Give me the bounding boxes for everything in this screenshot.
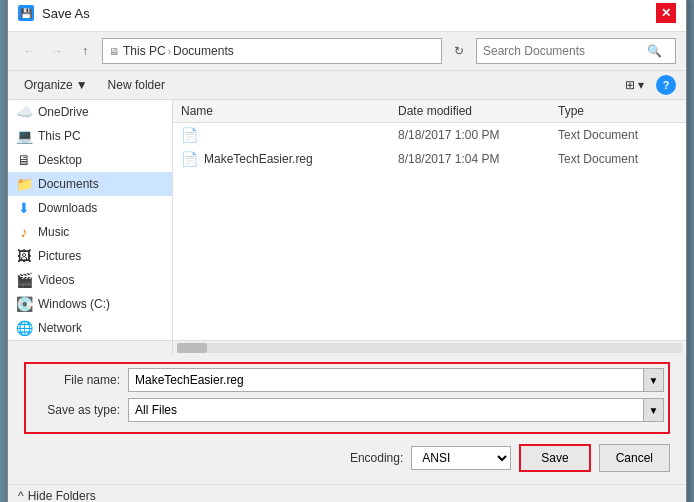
col-header-type[interactable]: Type bbox=[558, 104, 678, 118]
file-name-cell-1: 📄 bbox=[181, 127, 398, 143]
navigation-toolbar: ← → ↑ 🖥 This PC › Documents ↻ 🔍 bbox=[8, 32, 686, 71]
sidebar-label-music: Music bbox=[38, 225, 69, 239]
onedrive-icon: ☁️ bbox=[16, 104, 32, 120]
filename-input-group: ▼ bbox=[128, 368, 664, 392]
sidebar-label-pictures: Pictures bbox=[38, 249, 81, 263]
close-button[interactable]: ✕ bbox=[656, 3, 676, 23]
breadcrumb-sep-1: › bbox=[168, 46, 171, 57]
encoding-actions-row: Encoding: ANSI Save Cancel bbox=[24, 440, 670, 476]
downloads-icon: ⬇ bbox=[16, 200, 32, 216]
savetype-input-group: ▼ bbox=[128, 398, 664, 422]
up-button[interactable]: ↑ bbox=[74, 40, 96, 62]
save-button[interactable]: Save bbox=[519, 444, 590, 472]
file-list-header: Name Date modified Type bbox=[173, 100, 686, 123]
file-toolbar: Organize ▼ New folder ⊞ ▾ ? bbox=[8, 71, 686, 100]
scrollbar-spacer bbox=[8, 341, 173, 355]
scroll-thumb[interactable] bbox=[177, 343, 207, 353]
sidebar-item-windowsc[interactable]: 💽 Windows (C:) bbox=[8, 292, 172, 316]
main-content: ☁️ OneDrive 💻 This PC 🖥 Desktop 📁 Docume… bbox=[8, 100, 686, 340]
pc-icon: 🖥 bbox=[109, 46, 119, 57]
desktop-icon: 🖥 bbox=[16, 152, 32, 168]
horizontal-scrollbar[interactable] bbox=[8, 340, 686, 354]
view-chevron: ▾ bbox=[638, 78, 644, 92]
hide-folders-button[interactable]: ^ Hide Folders bbox=[18, 489, 96, 502]
view-button[interactable]: ⊞ ▾ bbox=[619, 75, 650, 95]
address-bar[interactable]: 🖥 This PC › Documents bbox=[102, 38, 442, 64]
help-button[interactable]: ? bbox=[656, 75, 676, 95]
filename-row: File name: ▼ bbox=[30, 368, 664, 392]
pictures-icon: 🖼 bbox=[16, 248, 32, 264]
file-date-1: 8/18/2017 1:00 PM bbox=[398, 128, 558, 142]
table-row[interactable]: 📄 MakeTechEasier.reg 8/18/2017 1:04 PM T… bbox=[173, 147, 686, 171]
sidebar-label-downloads: Downloads bbox=[38, 201, 97, 215]
new-folder-button[interactable]: New folder bbox=[102, 75, 171, 95]
toolbar2-left: Organize ▼ New folder bbox=[18, 75, 171, 95]
file-list: Name Date modified Type 📄 8/18/2017 1:00… bbox=[173, 100, 686, 340]
sidebar-item-documents[interactable]: 📁 Documents bbox=[8, 172, 172, 196]
filename-savetype-box: File name: ▼ Save as type: ▼ bbox=[24, 362, 670, 434]
sidebar-label-thispc: This PC bbox=[38, 129, 81, 143]
scroll-track bbox=[177, 343, 682, 353]
search-icon: 🔍 bbox=[647, 44, 662, 58]
file-icon-2: 📄 bbox=[181, 151, 198, 167]
dialog-title: Save As bbox=[42, 6, 90, 21]
file-name-cell-2: 📄 MakeTechEasier.reg bbox=[181, 151, 398, 167]
file-type-2: Text Document bbox=[558, 152, 678, 166]
back-button[interactable]: ← bbox=[18, 40, 40, 62]
sidebar-label-windowsc: Windows (C:) bbox=[38, 297, 110, 311]
savetype-input[interactable] bbox=[128, 398, 644, 422]
dialog-icon: 💾 bbox=[18, 5, 34, 21]
filename-label: File name: bbox=[30, 373, 120, 387]
sidebar-item-pictures[interactable]: 🖼 Pictures bbox=[8, 244, 172, 268]
savetype-dropdown-arrow[interactable]: ▼ bbox=[644, 398, 664, 422]
cancel-button[interactable]: Cancel bbox=[599, 444, 670, 472]
thispc-icon: 💻 bbox=[16, 128, 32, 144]
forward-button[interactable]: → bbox=[46, 40, 68, 62]
hide-folders-label: Hide Folders bbox=[28, 489, 96, 502]
refresh-button[interactable]: ↻ bbox=[448, 40, 470, 62]
sidebar-label-documents: Documents bbox=[38, 177, 99, 191]
table-row[interactable]: 📄 8/18/2017 1:00 PM Text Document bbox=[173, 123, 686, 147]
title-bar-left: 💾 Save As bbox=[18, 5, 90, 21]
save-as-dialog: 💾 Save As ✕ ← → ↑ 🖥 This PC › Documents … bbox=[7, 0, 687, 502]
documents-icon: 📁 bbox=[16, 176, 32, 192]
file-type-1: Text Document bbox=[558, 128, 678, 142]
sidebar-item-thispc[interactable]: 💻 This PC bbox=[8, 124, 172, 148]
sidebar-item-videos[interactable]: 🎬 Videos bbox=[8, 268, 172, 292]
filename-input[interactable] bbox=[128, 368, 644, 392]
sidebar-item-onedrive[interactable]: ☁️ OneDrive bbox=[8, 100, 172, 124]
sidebar-label-onedrive: OneDrive bbox=[38, 105, 89, 119]
col-header-name[interactable]: Name bbox=[181, 104, 398, 118]
filename-dropdown-arrow[interactable]: ▼ bbox=[644, 368, 664, 392]
sidebar-label-videos: Videos bbox=[38, 273, 74, 287]
hide-folders-arrow: ^ bbox=[18, 489, 24, 502]
bottom-section: File name: ▼ Save as type: ▼ Encoding: A… bbox=[8, 354, 686, 484]
breadcrumb-thispc: This PC bbox=[123, 44, 166, 58]
sidebar-item-network[interactable]: 🌐 Network bbox=[8, 316, 172, 340]
organize-button[interactable]: Organize ▼ bbox=[18, 75, 94, 95]
organize-label: Organize bbox=[24, 78, 73, 92]
new-folder-label: New folder bbox=[108, 78, 165, 92]
help-label: ? bbox=[663, 79, 670, 91]
sidebar: ☁️ OneDrive 💻 This PC 🖥 Desktop 📁 Docume… bbox=[8, 100, 173, 340]
sidebar-label-network: Network bbox=[38, 321, 82, 335]
file-date-2: 8/18/2017 1:04 PM bbox=[398, 152, 558, 166]
music-icon: ♪ bbox=[16, 224, 32, 240]
savetype-row: Save as type: ▼ bbox=[30, 398, 664, 422]
search-input[interactable] bbox=[483, 44, 643, 58]
breadcrumb-documents: Documents bbox=[173, 44, 234, 58]
encoding-select[interactable]: ANSI bbox=[411, 446, 511, 470]
file-icon-1: 📄 bbox=[181, 127, 198, 143]
sidebar-item-music[interactable]: ♪ Music bbox=[8, 220, 172, 244]
footer: ^ Hide Folders bbox=[8, 484, 686, 502]
col-header-date[interactable]: Date modified bbox=[398, 104, 558, 118]
search-box[interactable]: 🔍 bbox=[476, 38, 676, 64]
sidebar-item-downloads[interactable]: ⬇ Downloads bbox=[8, 196, 172, 220]
network-icon: 🌐 bbox=[16, 320, 32, 336]
toolbar2-right: ⊞ ▾ ? bbox=[619, 75, 676, 95]
sidebar-label-desktop: Desktop bbox=[38, 153, 82, 167]
file-name-2: MakeTechEasier.reg bbox=[204, 152, 313, 166]
sidebar-item-desktop[interactable]: 🖥 Desktop bbox=[8, 148, 172, 172]
organize-chevron: ▼ bbox=[76, 78, 88, 92]
title-bar: 💾 Save As ✕ bbox=[8, 0, 686, 32]
